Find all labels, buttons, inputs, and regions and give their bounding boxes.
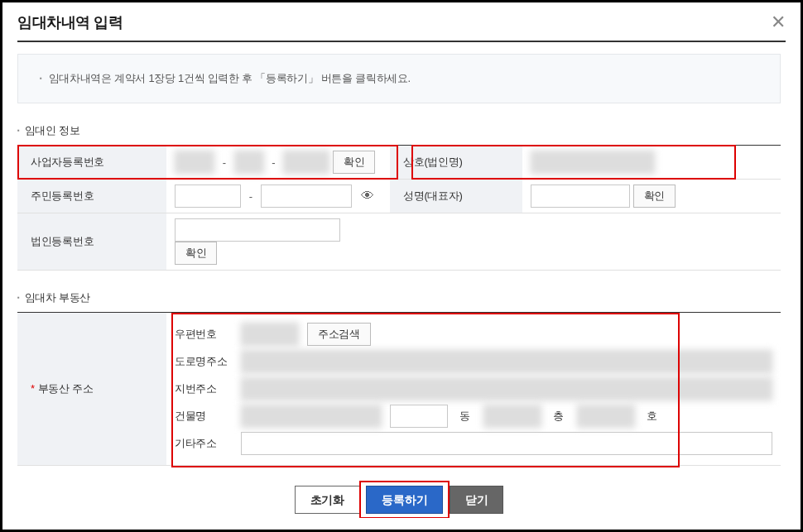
rrn-cell: - 👁	[166, 180, 390, 213]
close-icon[interactable]: ✕	[771, 13, 786, 31]
biz-number-input-3[interactable]	[283, 151, 329, 174]
corp-number-label: 법인등록번호	[17, 213, 166, 271]
biz-confirm-button[interactable]: 확인	[333, 151, 375, 174]
road-label: 도로명주소	[175, 354, 233, 369]
lessor-table: 사업자등록번호 - - 확인 상호(법인명) 주민등록번호	[17, 145, 781, 271]
dash: -	[249, 190, 252, 203]
bldg-input[interactable]	[241, 405, 382, 428]
section-lessor: 임대인 정보	[17, 123, 781, 138]
rep-name-cell: 확인	[522, 180, 781, 213]
required-star: *	[31, 382, 35, 395]
corp-number-input[interactable]	[175, 218, 340, 242]
scroll-area[interactable]: 임대차내역은 계약서 1장당 1건씩 입력한 후 「등록하기」 버튼을 클릭하세…	[17, 54, 786, 518]
dong-input[interactable]	[390, 405, 448, 428]
company-input[interactable]	[531, 151, 655, 174]
addr-table-wrap: *부동산 주소 우편번호 주소검색 도로명주소 지번주	[17, 312, 781, 466]
dialog-window: 임대차내역 입력 ✕ 임대차내역은 계약서 1장당 1건씩 입력한 후 「등록하…	[0, 0, 803, 532]
addr-label: *부동산 주소	[17, 313, 166, 466]
lessor-table-wrap: 사업자등록번호 - - 확인 상호(법인명) 주민등록번호	[17, 145, 781, 271]
rrn-label: 주민등록번호	[17, 180, 166, 213]
biz-number-input-2[interactable]	[234, 151, 264, 174]
corp-confirm-button[interactable]: 확인	[175, 242, 217, 265]
etc-label: 기타주소	[175, 436, 233, 451]
name-confirm-button[interactable]: 확인	[633, 185, 676, 208]
rep-name-label: 성명(대표자)	[390, 180, 522, 213]
notice-box: 임대차내역은 계약서 1장당 1건씩 입력한 후 「등록하기」 버튼을 클릭하세…	[17, 54, 781, 103]
jibun-label: 지번주소	[175, 381, 233, 396]
addr-table: *부동산 주소 우편번호 주소검색 도로명주소 지번주	[17, 312, 781, 466]
ho-input[interactable]	[577, 405, 635, 428]
zip-input[interactable]	[241, 323, 299, 346]
section-property: 임대차 부동산	[17, 290, 781, 305]
dash: -	[272, 156, 275, 169]
company-cell	[522, 146, 781, 180]
floor-unit: 층	[553, 409, 564, 424]
dash: -	[223, 156, 226, 169]
road-input[interactable]	[241, 350, 772, 373]
dialog-title: 임대차내역 입력	[17, 12, 123, 32]
floor-input[interactable]	[483, 405, 541, 428]
button-bar: 초기화 등록하기 닫기	[17, 482, 781, 514]
ho-unit: 호	[647, 409, 657, 424]
reset-button[interactable]: 초기화	[295, 486, 360, 514]
biz-number-label: 사업자등록번호	[17, 146, 166, 180]
rrn-input-2[interactable]	[261, 185, 352, 208]
biz-number-cell: - - 확인	[166, 146, 390, 180]
rrn-input-1[interactable]	[175, 185, 241, 208]
rep-name-input[interactable]	[531, 185, 630, 208]
close-button[interactable]: 닫기	[450, 486, 503, 514]
corp-number-cell: 확인	[166, 213, 390, 271]
zip-label: 우편번호	[175, 327, 233, 342]
dong-unit: 동	[459, 409, 470, 424]
notice-text: 임대차내역은 계약서 1장당 1건씩 입력한 후 「등록하기」 버튼을 클릭하세…	[40, 71, 758, 86]
submit-button[interactable]: 등록하기	[366, 486, 443, 514]
eye-icon[interactable]: 👁	[361, 189, 374, 203]
company-label: 상호(법인명)	[390, 146, 522, 180]
addr-search-button[interactable]: 주소검색	[307, 323, 371, 346]
biz-number-input-1[interactable]	[175, 151, 214, 174]
addr-cell: 우편번호 주소검색 도로명주소 지번주소	[166, 313, 781, 466]
etc-input[interactable]	[241, 432, 772, 455]
bldg-label: 건물명	[175, 409, 233, 424]
jibun-input[interactable]	[241, 377, 772, 400]
title-bar: 임대차내역 입력 ✕	[17, 12, 786, 42]
